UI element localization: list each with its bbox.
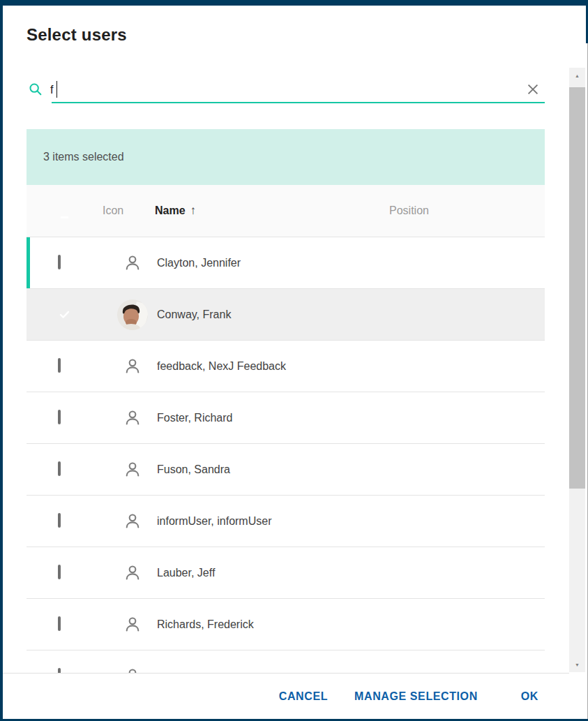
dialog-footer: CANCEL MANAGE SELECTION OK bbox=[3, 674, 569, 719]
table-header: Icon Name ↑ Position bbox=[27, 185, 545, 237]
row-name: Foster, Richard bbox=[157, 412, 232, 424]
row-checkbox[interactable] bbox=[58, 411, 61, 424]
column-header-position[interactable]: Position bbox=[389, 205, 429, 217]
unchecked-checkbox-icon bbox=[58, 513, 61, 528]
unchecked-checkbox-icon bbox=[58, 410, 61, 424]
table-row[interactable]: Conway, Frank bbox=[27, 289, 545, 341]
search-field bbox=[27, 77, 545, 105]
row-checkbox[interactable] bbox=[58, 359, 61, 372]
user-list: Clayton, Jennifer Conway, Frank feedback… bbox=[27, 237, 545, 673]
person-icon bbox=[117, 661, 148, 674]
person-icon bbox=[117, 454, 148, 485]
unchecked-checkbox-icon bbox=[58, 255, 61, 269]
person-icon bbox=[117, 558, 148, 588]
person-icon bbox=[117, 403, 148, 433]
close-icon[interactable] bbox=[525, 82, 541, 97]
table-row[interactable]: Fuson, Sandra bbox=[27, 444, 545, 496]
unchecked-checkbox-icon bbox=[58, 616, 61, 631]
cancel-button[interactable]: CANCEL bbox=[278, 685, 329, 708]
avatar bbox=[117, 299, 148, 330]
row-checkbox[interactable] bbox=[58, 618, 61, 630]
search-input[interactable] bbox=[50, 81, 525, 99]
window-border-top bbox=[0, 0, 588, 6]
ok-button[interactable]: OK bbox=[520, 685, 540, 708]
table-row[interactable]: Clayton, Jennifer bbox=[27, 237, 545, 289]
table-row[interactable]: informUser, informUser bbox=[27, 496, 545, 547]
person-icon bbox=[117, 506, 148, 537]
scroll-up-arrow-icon[interactable]: ▲ bbox=[569, 68, 585, 83]
row-name: informUser, informUser bbox=[157, 515, 271, 528]
select-users-dialog: Select users 3 items selected Icon Name … bbox=[0, 0, 588, 721]
unchecked-checkbox-icon bbox=[58, 565, 61, 579]
dialog-title: Select users bbox=[27, 25, 127, 45]
row-name: Lauber, Jeff bbox=[157, 567, 215, 579]
table-row[interactable]: Foster, Richard bbox=[27, 392, 545, 444]
row-name: Conway, Frank bbox=[157, 309, 231, 321]
table-row[interactable]: Richards, Frederick bbox=[27, 599, 545, 651]
person-icon bbox=[117, 248, 148, 278]
row-checkbox[interactable] bbox=[58, 566, 61, 579]
unchecked-checkbox-icon bbox=[58, 668, 61, 673]
selection-count-banner: 3 items selected bbox=[27, 129, 545, 185]
search-icon bbox=[28, 82, 43, 97]
row-name: feedback, NexJ Feedback bbox=[157, 360, 286, 373]
search-underline bbox=[52, 102, 545, 103]
row-name: Fuson, Sandra bbox=[157, 463, 230, 476]
scroll-down-arrow-icon[interactable]: ▼ bbox=[569, 657, 585, 672]
column-header-name[interactable]: Name ↑ bbox=[155, 204, 196, 218]
manage-selection-button[interactable]: MANAGE SELECTION bbox=[353, 685, 479, 708]
unchecked-checkbox-icon bbox=[58, 358, 61, 373]
sort-ascending-icon: ↑ bbox=[190, 204, 197, 218]
table-row[interactable]: feedback, NexJ Feedback bbox=[27, 341, 545, 392]
unchecked-checkbox-icon bbox=[58, 461, 61, 476]
scrollbar-thumb[interactable] bbox=[569, 87, 585, 489]
column-header-icon[interactable]: Icon bbox=[103, 205, 123, 217]
person-icon bbox=[117, 351, 148, 382]
row-name: Richards, Frederick bbox=[157, 618, 254, 631]
row-checkbox[interactable] bbox=[58, 514, 61, 527]
page-scrollbar[interactable]: ▲ ▼ bbox=[569, 68, 585, 672]
person-icon bbox=[117, 609, 148, 640]
row-checkbox[interactable] bbox=[58, 256, 61, 269]
table-row[interactable]: Lauber, Jeff bbox=[27, 547, 545, 599]
window-border-left bbox=[0, 0, 3, 721]
table-row[interactable] bbox=[27, 651, 545, 673]
text-caret bbox=[56, 81, 57, 98]
row-checkbox[interactable] bbox=[58, 463, 61, 475]
selection-count-text: 3 items selected bbox=[43, 151, 124, 163]
row-name: Clayton, Jennifer bbox=[157, 257, 241, 269]
